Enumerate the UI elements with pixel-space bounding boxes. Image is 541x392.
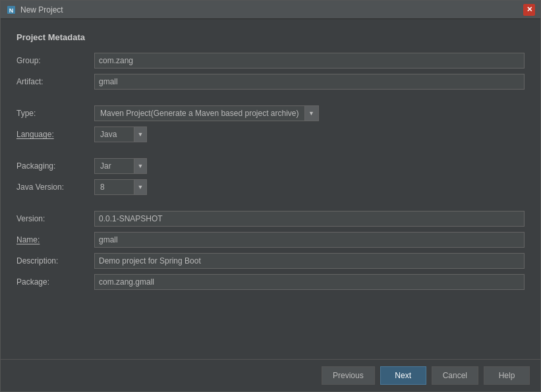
group-label: Group: <box>16 56 89 65</box>
new-project-window: N New Project ✕ Project Metadata Group: … <box>0 0 541 392</box>
version-input[interactable] <box>94 211 525 227</box>
packaging-label: Packaging: <box>16 161 89 171</box>
spacer-3 <box>16 200 525 206</box>
type-label: Type: <box>16 109 89 118</box>
artifact-input[interactable] <box>94 74 525 90</box>
language-label: Language: <box>16 130 89 139</box>
type-select-group: Maven Project (Generate a Maven based pr… <box>94 105 525 121</box>
next-button[interactable]: Next <box>380 366 426 385</box>
footer: Previous Next Cancel Help <box>1 359 540 391</box>
name-input[interactable] <box>94 232 525 248</box>
previous-button[interactable]: Previous <box>322 366 375 385</box>
description-label: Description: <box>16 256 89 266</box>
java-version-select-group: 8 ▼ <box>94 179 525 195</box>
name-label: Name: <box>16 235 89 244</box>
artifact-label: Artifact: <box>16 77 89 86</box>
window-icon: N <box>6 5 16 15</box>
group-input[interactable] <box>94 53 525 69</box>
svg-text:N: N <box>9 7 14 14</box>
language-value: Java <box>94 126 134 142</box>
titlebar: N New Project ✕ <box>1 1 540 19</box>
form-grid: Group: Artifact: Type: Maven Project (Ge… <box>16 53 525 290</box>
type-value: Maven Project (Generate a Maven based pr… <box>94 105 304 121</box>
spacer-2 <box>16 148 525 153</box>
description-input[interactable] <box>94 253 525 269</box>
packaging-dropdown-arrow[interactable]: ▼ <box>134 158 147 174</box>
spacer-1 <box>16 95 525 100</box>
cancel-button[interactable]: Cancel <box>432 366 478 385</box>
language-select-group: Java ▼ <box>94 126 525 142</box>
package-label: Package: <box>16 277 89 287</box>
help-button[interactable]: Help <box>484 366 530 385</box>
version-label: Version: <box>16 214 89 223</box>
packaging-value: Jar <box>94 158 134 174</box>
java-version-dropdown-arrow[interactable]: ▼ <box>134 179 147 195</box>
java-version-value: 8 <box>94 179 134 195</box>
section-title: Project Metadata <box>16 32 525 42</box>
java-version-label: Java Version: <box>16 182 89 192</box>
close-button[interactable]: ✕ <box>523 4 535 16</box>
window-title: New Project <box>20 5 523 14</box>
type-dropdown-arrow[interactable]: ▼ <box>304 105 319 121</box>
package-input[interactable] <box>94 274 525 290</box>
language-dropdown-arrow[interactable]: ▼ <box>134 126 147 142</box>
main-content: Project Metadata Group: Artifact: Type: … <box>1 19 540 359</box>
packaging-select-group: Jar ▼ <box>94 158 525 174</box>
